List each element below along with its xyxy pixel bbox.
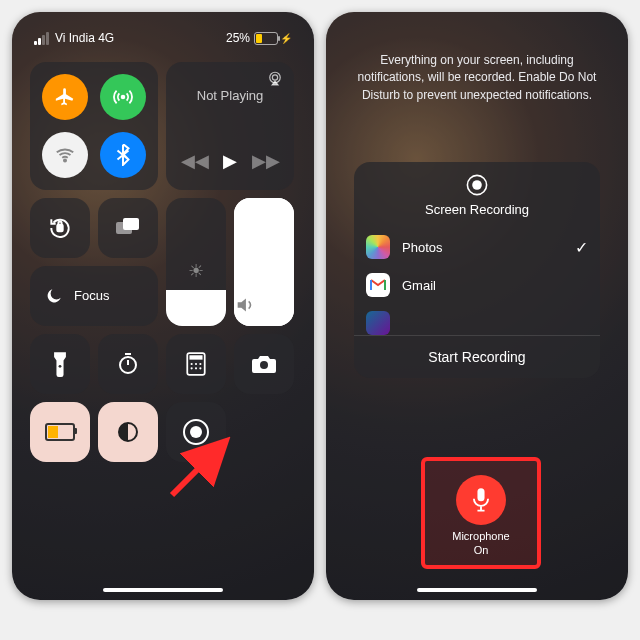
sun-icon: ☀︎ [166, 260, 226, 282]
camera-icon [234, 334, 294, 394]
prev-track-button[interactable]: ◀◀ [181, 150, 209, 172]
flashlight-icon [30, 334, 90, 394]
status-right: 25% ⚡ [226, 31, 292, 45]
home-indicator[interactable] [417, 588, 537, 592]
dark-mode-toggle[interactable] [98, 402, 158, 462]
svg-point-0 [122, 96, 125, 99]
moon-icon [44, 286, 64, 306]
svg-point-7 [59, 365, 62, 368]
svg-rect-4 [57, 225, 62, 232]
timer-icon [98, 334, 158, 394]
play-button[interactable]: ▶ [223, 150, 237, 172]
timer-button[interactable] [98, 334, 158, 394]
focus-button[interactable]: Focus [30, 266, 158, 326]
record-icon [467, 175, 488, 196]
next-track-button[interactable]: ▶▶ [252, 150, 280, 172]
sheet-title: Screen Recording [354, 202, 600, 217]
mirroring-icon [98, 198, 158, 258]
lock-rotation-icon [30, 198, 90, 258]
cellular-signal-icon [34, 32, 49, 45]
airplane-mode-toggle[interactable] [42, 74, 88, 120]
battery-icon [254, 32, 278, 45]
calculator-button[interactable] [166, 334, 226, 394]
start-recording-button[interactable]: Start Recording [354, 335, 600, 378]
comparison-stage: Vi India 4G 25% ⚡ [0, 0, 640, 640]
bluetooth-toggle[interactable] [100, 132, 146, 178]
photos-app-icon [366, 235, 390, 259]
airplay-icon[interactable] [266, 70, 284, 88]
dark-mode-icon [98, 402, 158, 462]
destination-photos[interactable]: Photos ✓ [354, 228, 600, 266]
speaker-icon [234, 294, 294, 316]
status-left: Vi India 4G [34, 31, 114, 45]
calculator-icon [166, 334, 226, 394]
destination-gmail[interactable]: Gmail [354, 266, 600, 304]
home-indicator[interactable] [103, 588, 223, 592]
microphone-toggle[interactable] [456, 475, 506, 525]
svg-point-15 [195, 367, 197, 369]
svg-rect-6 [123, 218, 139, 230]
wifi-icon [54, 144, 76, 166]
microphone-highlight: MicrophoneOn [421, 457, 541, 569]
microphone-label: MicrophoneOn [425, 529, 537, 558]
volume-slider[interactable] [234, 198, 294, 326]
orientation-lock-toggle[interactable] [30, 198, 90, 258]
sheet-header: Screen Recording [354, 162, 600, 228]
focus-label: Focus [74, 288, 109, 303]
screen-recording-sheet-screen: Everything on your screen, including not… [326, 12, 628, 600]
flashlight-button[interactable] [30, 334, 90, 394]
svg-point-17 [260, 361, 268, 369]
battery-percent: 25% [226, 31, 250, 45]
svg-point-14 [191, 367, 193, 369]
media-controls: ◀◀ ▶ ▶▶ [166, 150, 294, 172]
airplane-icon [54, 86, 76, 108]
low-power-mode-toggle[interactable] [30, 402, 90, 462]
svg-point-3 [272, 75, 277, 80]
destination-label: Photos [402, 240, 442, 255]
battery-low-icon [30, 402, 90, 462]
svg-point-12 [195, 363, 197, 365]
carrier-label: Vi India 4G [55, 31, 114, 45]
gmail-app-icon [366, 273, 390, 297]
control-center-screen: Vi India 4G 25% ⚡ [12, 12, 314, 600]
screen-mirroring-button[interactable] [98, 198, 158, 258]
svg-point-11 [191, 363, 193, 365]
antenna-icon [112, 86, 134, 108]
screen-record-button[interactable] [166, 402, 226, 462]
camera-button[interactable] [234, 334, 294, 394]
microphone-icon [471, 487, 491, 513]
media-title: Not Playing [166, 88, 294, 103]
svg-rect-10 [189, 355, 202, 359]
start-recording-label: Start Recording [428, 349, 525, 365]
cellular-data-toggle[interactable] [100, 74, 146, 120]
recording-info-text: Everything on your screen, including not… [350, 52, 604, 104]
bluetooth-icon [116, 144, 130, 166]
screen-recording-sheet: Screen Recording Photos ✓ Gmail Start Re… [354, 162, 600, 378]
media-tile[interactable]: Not Playing ◀◀ ▶ ▶▶ [166, 62, 294, 190]
brightness-slider[interactable]: ☀︎ [166, 198, 226, 326]
wifi-toggle[interactable] [42, 132, 88, 178]
svg-rect-20 [477, 488, 484, 501]
status-bar: Vi India 4G 25% ⚡ [12, 28, 314, 48]
charging-icon: ⚡ [280, 33, 292, 44]
record-icon [166, 402, 226, 462]
destination-label: Gmail [402, 278, 436, 293]
svg-point-16 [199, 367, 201, 369]
svg-point-1 [64, 159, 66, 161]
svg-point-13 [199, 363, 201, 365]
app-icon [366, 311, 390, 335]
checkmark-icon: ✓ [575, 238, 588, 257]
connectivity-tile[interactable] [30, 62, 158, 190]
